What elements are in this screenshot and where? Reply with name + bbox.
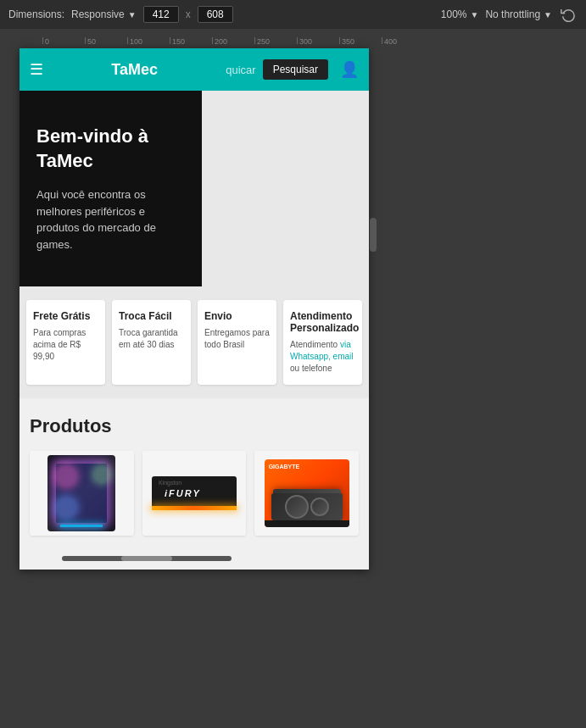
zoom-dropdown[interactable]: 100% ▼	[441, 8, 479, 20]
brand-name: TaMec	[50, 61, 219, 79]
throttle-label: No throttling	[485, 8, 540, 20]
ruler-mark-350: 350	[339, 37, 382, 44]
zoom-label: 100%	[441, 8, 467, 20]
hero-subtitle: Aqui você encontra os melhores periféric…	[36, 186, 185, 253]
ruler-mark-300: 300	[297, 37, 339, 44]
feature-card-atendimento: Atendimento Personalizado Atendimento vi…	[283, 300, 362, 385]
rotate-button[interactable]	[559, 5, 578, 24]
rgb-fan-right	[95, 468, 109, 481]
horizontal-ruler: 0 50 100 150 200 250 300 350 400	[0, 29, 586, 44]
rgb-fan-top	[58, 468, 75, 485]
ruler-mark-150: 150	[170, 37, 212, 44]
product-card-ram[interactable]: Kingston	[142, 451, 247, 536]
feature-card-frete: Frete Grátis Para compras acima de R$ 99…	[26, 300, 105, 385]
dimensions-label: Dimensions:	[8, 8, 64, 20]
feature-title-troca: Troca Fácil	[119, 310, 184, 322]
feature-card-envio: Envio Entregamos para todo Brasil	[198, 300, 276, 385]
feature-desc-atendimento: Atendimento via Whatsapp, email ou telef…	[290, 339, 355, 375]
width-input[interactable]	[143, 6, 179, 23]
responsive-label: Responsive	[71, 8, 125, 20]
bottom-scroll-area	[20, 553, 369, 570]
gpu-bottom	[265, 520, 349, 527]
products-grid: Kingston	[30, 451, 359, 536]
devtools-toolbar: Dimensions: Responsive ▼ x 100% ▼ No thr…	[0, 0, 586, 29]
ram-brand: Kingston	[159, 480, 181, 486]
ruler-mark-200: 200	[212, 37, 254, 44]
feature-desc-frete: Para compras acima de R$ 99,90	[33, 327, 98, 363]
scrollbar-handle	[370, 218, 377, 252]
product-image-ram: Kingston	[142, 451, 247, 536]
scrollbar-thumb	[121, 556, 172, 561]
ruler-mark-100: 100	[127, 37, 170, 44]
feature-desc-troca: Troca garantida em até 30 dias	[119, 327, 184, 351]
nav-search-text: quicar	[226, 64, 255, 76]
viewport-scrollbar[interactable]	[369, 48, 377, 252]
search-button[interactable]: Pesquisar	[263, 59, 328, 80]
viewport-wrapper: ☰ TaMec quicar Pesquisar 👤 Bem-vindo à T…	[15, 44, 382, 728]
navbar: ☰ TaMec quicar Pesquisar 👤	[20, 48, 369, 91]
ruler-mark-250: 250	[254, 37, 297, 44]
feature-desc-envio: Entregamos para todo Brasil	[204, 327, 270, 351]
hero-side-gray	[202, 91, 369, 286]
vertical-ruler	[0, 44, 15, 728]
feature-title-frete: Frete Grátis	[33, 310, 98, 322]
products-section: Produtos	[20, 398, 369, 553]
feature-title-atendimento: Atendimento Personalizado	[290, 310, 355, 334]
products-title: Produtos	[30, 415, 359, 437]
throttle-dropdown[interactable]: No throttling ▼	[485, 8, 552, 20]
ruler-mark-50: 50	[85, 37, 127, 44]
gpu-fan-2	[310, 497, 329, 516]
feature-card-troca: Troca Fácil Troca garantida em até 30 di…	[112, 300, 191, 385]
ruler-mark-0: 0	[42, 37, 85, 44]
dimension-separator: x	[186, 8, 191, 20]
gpu-fan	[285, 495, 309, 519]
height-input[interactable]	[198, 6, 233, 23]
pc-case-image	[47, 455, 115, 531]
product-card-gpu[interactable]	[254, 451, 359, 536]
ruler-mark-400: 400	[382, 37, 424, 44]
mobile-page: ☰ TaMec quicar Pesquisar 👤 Bem-vindo à T…	[20, 48, 369, 570]
feature-title-envio: Envio	[204, 310, 270, 322]
right-panel	[382, 44, 586, 728]
hero-title: Bem-vindo à TaMec	[36, 125, 185, 173]
hero-row: Bem-vindo à TaMec Aqui você encontra os …	[20, 91, 369, 286]
gpu-card-body	[271, 493, 343, 520]
responsive-chevron-icon: ▼	[128, 10, 137, 19]
hamburger-icon[interactable]: ☰	[30, 60, 43, 79]
product-card-pc-case[interactable]	[30, 451, 134, 536]
main-area: ☰ TaMec quicar Pesquisar 👤 Bem-vindo à T…	[0, 44, 586, 728]
throttle-chevron-icon: ▼	[544, 10, 552, 19]
gpu-image	[265, 459, 349, 527]
bottom-scrollbar[interactable]	[62, 556, 232, 561]
product-image-gpu	[254, 451, 359, 536]
zoom-chevron-icon: ▼	[470, 10, 478, 19]
responsive-dropdown[interactable]: Responsive ▼	[71, 8, 137, 20]
rgb-fan-bottom	[58, 499, 75, 516]
hero-section: Bem-vindo à TaMec Aqui você encontra os …	[20, 91, 202, 286]
user-icon[interactable]: 👤	[340, 60, 359, 79]
features-section: Frete Grátis Para compras acima de R$ 99…	[20, 286, 369, 398]
product-image-pc-case	[30, 451, 134, 536]
ram-image: Kingston	[152, 476, 237, 510]
